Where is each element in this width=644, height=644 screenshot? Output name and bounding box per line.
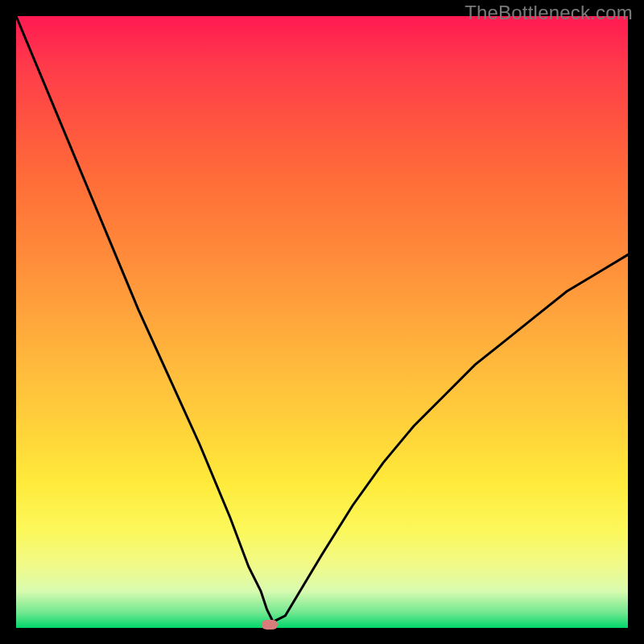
watermark-text: TheBottleneck.com [464, 2, 633, 24]
bottleneck-curve [16, 16, 628, 628]
optimum-marker [262, 620, 278, 630]
curve-path [16, 16, 628, 621]
